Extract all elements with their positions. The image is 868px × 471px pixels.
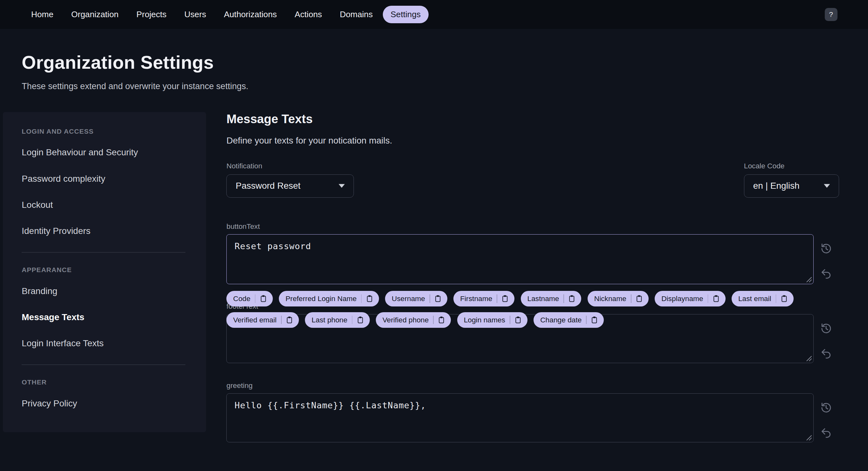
chip-label: Last email xyxy=(738,294,771,303)
locale-label: Locale Code xyxy=(744,162,839,170)
chip-divider xyxy=(586,316,587,324)
sidebar-item-login-interface-texts[interactable]: Login Interface Texts xyxy=(22,338,189,349)
nav-item-projects[interactable]: Projects xyxy=(128,6,174,24)
buttontext-actions xyxy=(814,234,839,285)
buttontext-textarea[interactable]: Reset password xyxy=(226,234,813,285)
greeting-textarea[interactable]: Hello {{.FirstName}} {{.LastName}}, xyxy=(226,393,813,442)
chip-code[interactable]: Code xyxy=(226,291,273,306)
chevron-down-icon xyxy=(824,184,830,188)
undo-button[interactable] xyxy=(820,425,833,439)
clipboard-icon xyxy=(434,295,442,303)
locale-value: en | English xyxy=(753,181,800,191)
chip-last-email[interactable]: Last email xyxy=(732,291,794,306)
chip-last-phone[interactable]: Last phone xyxy=(305,312,370,328)
resize-handle[interactable] xyxy=(806,356,812,361)
locale-group: Locale Code en | English xyxy=(744,162,839,198)
history-icon xyxy=(820,401,832,414)
chip-divider xyxy=(361,294,362,303)
chip-login-names[interactable]: Login names xyxy=(457,312,527,328)
nav-item-settings[interactable]: Settings xyxy=(383,6,429,24)
notification-select[interactable]: Password Reset xyxy=(226,174,354,198)
chip-divider xyxy=(631,294,631,303)
chip-divider xyxy=(497,294,497,303)
chip-divider xyxy=(281,316,282,324)
chip-username[interactable]: Username xyxy=(385,291,447,306)
app-window: HomeOrganizationProjectsUsersAuthorizati… xyxy=(0,0,868,471)
sidebar-item-identity-providers[interactable]: Identity Providers xyxy=(22,226,189,236)
locale-select[interactable]: en | English xyxy=(744,174,839,198)
greeting-label: greeting xyxy=(226,381,839,390)
undo-button[interactable] xyxy=(820,266,833,280)
nav-item-actions[interactable]: Actions xyxy=(287,6,330,24)
chip-label: Firstname xyxy=(460,294,492,303)
top-nav: HomeOrganizationProjectsUsersAuthorizati… xyxy=(0,0,868,29)
field-buttontext: buttonText Reset password xyxy=(226,222,839,284)
page-subtitle: These settings extend and overwrite your… xyxy=(22,81,868,91)
clipboard-icon xyxy=(780,295,788,303)
nav-item-domains[interactable]: Domains xyxy=(332,6,380,24)
clipboard-icon xyxy=(568,295,576,303)
resize-handle[interactable] xyxy=(806,435,812,441)
clipboard-icon xyxy=(712,295,720,303)
chip-preferred-login-name[interactable]: Preferred Login Name xyxy=(279,291,379,306)
clipboard-icon xyxy=(356,316,364,324)
nav-item-organization[interactable]: Organization xyxy=(64,6,127,24)
undo-icon xyxy=(820,267,832,279)
sidebar-item-message-texts[interactable]: Message Texts xyxy=(22,312,189,322)
sidebar-item-password-complexity[interactable]: Password complexity xyxy=(22,174,189,184)
chip-label: Displayname xyxy=(661,294,703,303)
undo-button[interactable] xyxy=(820,346,833,360)
notification-value: Password Reset xyxy=(236,181,301,191)
resize-handle[interactable] xyxy=(806,277,812,283)
chip-label: Last phone xyxy=(312,316,347,324)
history-button[interactable] xyxy=(820,242,833,255)
sidebar-section-header-other: OTHER xyxy=(22,378,189,386)
chip-label: Code xyxy=(233,294,250,303)
footertext-actions xyxy=(814,314,839,363)
undo-icon xyxy=(820,347,832,359)
chip-label: Login names xyxy=(464,316,505,324)
section-subtitle: Define your texts for your notication ma… xyxy=(226,136,839,146)
greeting-actions xyxy=(814,393,839,442)
sidebar-item-privacy-policy[interactable]: Privacy Policy xyxy=(22,399,189,409)
help-button[interactable]: ? xyxy=(825,8,837,21)
chip-verified-phone[interactable]: Verified phone xyxy=(376,312,451,328)
chip-divider xyxy=(510,316,510,324)
page-title: Organization Settings xyxy=(22,52,868,73)
nav-items: HomeOrganizationProjectsUsersAuthorizati… xyxy=(24,6,429,24)
chip-divider xyxy=(430,294,430,303)
content-area: LOGIN AND ACCESSLogin Behaviour and Secu… xyxy=(0,112,868,442)
chip-nickname[interactable]: Nickname xyxy=(588,291,649,306)
clipboard-icon xyxy=(437,316,445,324)
undo-icon xyxy=(820,426,832,439)
selects-row: Notification Password Reset Locale Code … xyxy=(226,162,839,198)
chip-verified-email[interactable]: Verified email xyxy=(226,312,299,328)
clipboard-icon xyxy=(501,295,509,303)
chip-displayname[interactable]: Displayname xyxy=(655,291,725,306)
buttontext-label: buttonText xyxy=(226,222,839,231)
history-button[interactable] xyxy=(820,322,833,335)
chip-firstname[interactable]: Firstname xyxy=(454,291,515,306)
chip-divider xyxy=(563,294,564,303)
chip-label: Nickname xyxy=(594,294,626,303)
placeholder-chips: CodePreferred Login NameUsernameFirstnam… xyxy=(226,291,813,328)
chip-label: Change date xyxy=(540,316,582,324)
nav-item-authorizations[interactable]: Authorizations xyxy=(216,6,285,24)
nav-item-users[interactable]: Users xyxy=(177,6,214,24)
history-button[interactable] xyxy=(820,401,833,414)
sidebar-item-lockout[interactable]: Lockout xyxy=(22,200,189,210)
chip-divider xyxy=(255,294,256,303)
chevron-down-icon xyxy=(339,184,345,188)
chip-change-date[interactable]: Change date xyxy=(533,312,604,328)
sidebar-item-branding[interactable]: Branding xyxy=(22,286,189,296)
sidebar: LOGIN AND ACCESSLogin Behaviour and Secu… xyxy=(3,112,206,432)
chip-divider xyxy=(352,316,352,324)
clipboard-icon xyxy=(285,316,293,324)
chip-lastname[interactable]: Lastname xyxy=(521,291,582,306)
nav-item-home[interactable]: Home xyxy=(24,6,61,24)
chip-label: Verified email xyxy=(233,316,277,324)
page-header: Organization Settings These settings ext… xyxy=(0,29,868,91)
sidebar-item-login-behaviour-and-security[interactable]: Login Behaviour and Security xyxy=(22,147,189,157)
sidebar-section-header-appearance: APPEARANCE xyxy=(22,266,189,274)
history-icon xyxy=(820,242,832,255)
